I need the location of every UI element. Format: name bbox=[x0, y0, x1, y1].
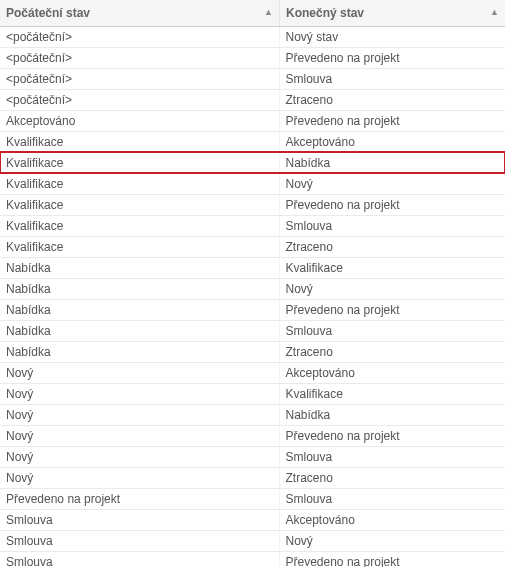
cell-final-state: Nový bbox=[279, 530, 505, 551]
cell-initial-state: Nabídka bbox=[0, 257, 279, 278]
table-row[interactable]: KvalifikaceZtraceno bbox=[0, 236, 505, 257]
cell-initial-state: <počáteční> bbox=[0, 89, 279, 110]
column-header-label: Konečný stav bbox=[286, 6, 364, 20]
table-row[interactable]: NovýZtraceno bbox=[0, 467, 505, 488]
table-row[interactable]: NabídkaNový bbox=[0, 278, 505, 299]
cell-initial-state: Nový bbox=[0, 425, 279, 446]
sort-ascending-icon: ▲ bbox=[486, 8, 499, 17]
sort-ascending-icon: ▲ bbox=[260, 8, 273, 17]
cell-final-state: Ztraceno bbox=[279, 341, 505, 362]
table-row[interactable]: AkceptovánoPřevedeno na projekt bbox=[0, 110, 505, 131]
state-transition-table-wrap: Počáteční stav ▲ Konečný stav ▲ <počáteč… bbox=[0, 0, 505, 567]
cell-final-state: Nový bbox=[279, 173, 505, 194]
cell-final-state: Nový stav bbox=[279, 26, 505, 47]
table-row[interactable]: NovýPřevedeno na projekt bbox=[0, 425, 505, 446]
cell-initial-state: <počáteční> bbox=[0, 68, 279, 89]
cell-initial-state: Nabídka bbox=[0, 299, 279, 320]
table-row[interactable]: KvalifikaceNový bbox=[0, 173, 505, 194]
column-header-final-state[interactable]: Konečný stav ▲ bbox=[279, 0, 505, 26]
table-header-row: Počáteční stav ▲ Konečný stav ▲ bbox=[0, 0, 505, 26]
table-body: <počáteční>Nový stav<počáteční>Převedeno… bbox=[0, 26, 505, 567]
cell-initial-state: Nabídka bbox=[0, 278, 279, 299]
cell-final-state: Ztraceno bbox=[279, 89, 505, 110]
table-row[interactable]: KvalifikaceAkceptováno bbox=[0, 131, 505, 152]
cell-initial-state: Nabídka bbox=[0, 320, 279, 341]
table-row[interactable]: <počáteční>Nový stav bbox=[0, 26, 505, 47]
table-row[interactable]: SmlouvaNový bbox=[0, 530, 505, 551]
cell-initial-state: Nový bbox=[0, 362, 279, 383]
cell-final-state: Akceptováno bbox=[279, 509, 505, 530]
table-row[interactable]: SmlouvaPřevedeno na projekt bbox=[0, 551, 505, 567]
cell-final-state: Smlouva bbox=[279, 215, 505, 236]
cell-initial-state: Nový bbox=[0, 467, 279, 488]
table-row[interactable]: KvalifikaceNabídka bbox=[0, 152, 505, 173]
cell-initial-state: Kvalifikace bbox=[0, 173, 279, 194]
table-row[interactable]: <počáteční>Smlouva bbox=[0, 68, 505, 89]
cell-final-state: Nabídka bbox=[279, 152, 505, 173]
cell-final-state: Smlouva bbox=[279, 488, 505, 509]
cell-initial-state: Smlouva bbox=[0, 530, 279, 551]
cell-initial-state: Smlouva bbox=[0, 551, 279, 567]
cell-final-state: Kvalifikace bbox=[279, 383, 505, 404]
cell-initial-state: Nový bbox=[0, 383, 279, 404]
table-row[interactable]: NabídkaZtraceno bbox=[0, 341, 505, 362]
state-transition-table: Počáteční stav ▲ Konečný stav ▲ <počáteč… bbox=[0, 0, 505, 567]
table-row[interactable]: <počáteční>Převedeno na projekt bbox=[0, 47, 505, 68]
cell-final-state: Kvalifikace bbox=[279, 257, 505, 278]
cell-final-state: Ztraceno bbox=[279, 467, 505, 488]
cell-initial-state: Smlouva bbox=[0, 509, 279, 530]
cell-final-state: Akceptováno bbox=[279, 362, 505, 383]
cell-final-state: Převedeno na projekt bbox=[279, 194, 505, 215]
table-row[interactable]: NovýKvalifikace bbox=[0, 383, 505, 404]
cell-initial-state: Kvalifikace bbox=[0, 131, 279, 152]
cell-initial-state: <počáteční> bbox=[0, 47, 279, 68]
table-row[interactable]: KvalifikacePřevedeno na projekt bbox=[0, 194, 505, 215]
table-row[interactable]: NabídkaSmlouva bbox=[0, 320, 505, 341]
table-row[interactable]: NovýSmlouva bbox=[0, 446, 505, 467]
cell-final-state: Akceptováno bbox=[279, 131, 505, 152]
cell-final-state: Převedeno na projekt bbox=[279, 551, 505, 567]
cell-final-state: Převedeno na projekt bbox=[279, 299, 505, 320]
table-row[interactable]: KvalifikaceSmlouva bbox=[0, 215, 505, 236]
cell-initial-state: Akceptováno bbox=[0, 110, 279, 131]
cell-final-state: Smlouva bbox=[279, 446, 505, 467]
column-header-initial-state[interactable]: Počáteční stav ▲ bbox=[0, 0, 279, 26]
cell-final-state: Převedeno na projekt bbox=[279, 47, 505, 68]
table-row[interactable]: SmlouvaAkceptováno bbox=[0, 509, 505, 530]
cell-initial-state: Nový bbox=[0, 404, 279, 425]
cell-final-state: Ztraceno bbox=[279, 236, 505, 257]
cell-initial-state: Kvalifikace bbox=[0, 236, 279, 257]
table-row[interactable]: <počáteční>Ztraceno bbox=[0, 89, 505, 110]
table-row[interactable]: NovýNabídka bbox=[0, 404, 505, 425]
cell-final-state: Nabídka bbox=[279, 404, 505, 425]
cell-final-state: Smlouva bbox=[279, 320, 505, 341]
cell-final-state: Smlouva bbox=[279, 68, 505, 89]
cell-final-state: Převedeno na projekt bbox=[279, 425, 505, 446]
column-header-label: Počáteční stav bbox=[6, 6, 90, 20]
table-row[interactable]: NovýAkceptováno bbox=[0, 362, 505, 383]
cell-initial-state: Kvalifikace bbox=[0, 152, 279, 173]
cell-initial-state: Nový bbox=[0, 446, 279, 467]
table-row[interactable]: NabídkaKvalifikace bbox=[0, 257, 505, 278]
table-row[interactable]: Převedeno na projektSmlouva bbox=[0, 488, 505, 509]
cell-final-state: Nový bbox=[279, 278, 505, 299]
cell-initial-state: Převedeno na projekt bbox=[0, 488, 279, 509]
cell-initial-state: Nabídka bbox=[0, 341, 279, 362]
cell-final-state: Převedeno na projekt bbox=[279, 110, 505, 131]
table-row[interactable]: NabídkaPřevedeno na projekt bbox=[0, 299, 505, 320]
cell-initial-state: Kvalifikace bbox=[0, 194, 279, 215]
cell-initial-state: <počáteční> bbox=[0, 26, 279, 47]
cell-initial-state: Kvalifikace bbox=[0, 215, 279, 236]
